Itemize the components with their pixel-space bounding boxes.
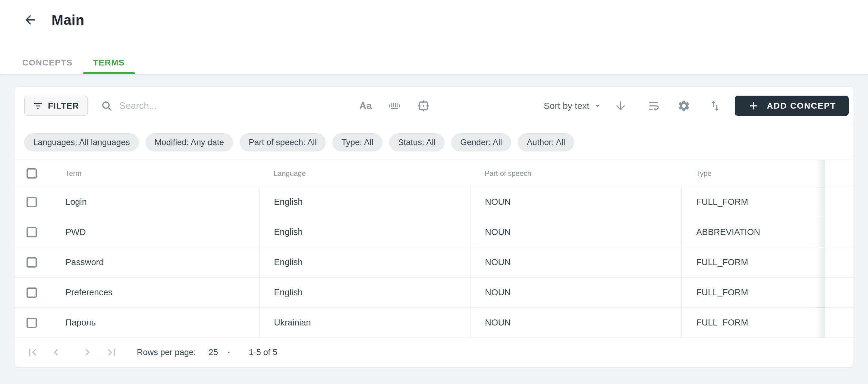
filter-button-label: FILTER xyxy=(48,101,79,111)
import-export-button[interactable] xyxy=(707,98,723,114)
table-row[interactable]: PWD English NOUN ABBREVIATION xyxy=(14,217,854,247)
part-of-speech-cell: NOUN xyxy=(470,277,681,307)
row-checkbox[interactable] xyxy=(27,257,37,268)
column-label-language: Language xyxy=(274,169,306,178)
pagination-range: 1-5 of 5 xyxy=(249,348,277,357)
filter-button[interactable]: FILTER xyxy=(24,96,88,116)
next-page-button[interactable] xyxy=(80,345,95,360)
part-of-speech-cell: NOUN xyxy=(470,217,681,247)
settings-button[interactable] xyxy=(676,98,692,114)
rows-per-page-select[interactable]: 25 xyxy=(209,348,232,357)
term-text: Password xyxy=(65,257,104,267)
last-page-button[interactable] xyxy=(104,345,119,360)
row-checkbox[interactable] xyxy=(27,318,37,328)
page: Main CONCEPTS TERMS FILTER xyxy=(0,0,868,384)
rows-per-page-label: Rows per page: xyxy=(137,348,196,357)
wrap-text-icon xyxy=(647,99,660,113)
filter-chip[interactable]: Languages: All languages xyxy=(24,133,139,151)
filter-chip-label: Status: All xyxy=(398,138,436,147)
add-concept-label: ADD CONCEPT xyxy=(767,101,836,111)
first-page-icon xyxy=(26,346,39,359)
last-page-icon xyxy=(105,346,118,359)
first-page-button[interactable] xyxy=(25,345,40,360)
toolbar-right-actions: Sort by text ADD CONCEPT xyxy=(544,96,849,116)
table-row[interactable]: Preferences English NOUN FULL_FORM xyxy=(14,277,854,308)
filter-chip[interactable]: Author: All xyxy=(518,133,575,151)
sort-direction-button[interactable] xyxy=(613,98,629,114)
language-cell: Ukrainian xyxy=(259,308,470,337)
tab-bar: CONCEPTS TERMS xyxy=(12,52,135,74)
plus-icon xyxy=(747,100,760,112)
back-button[interactable] xyxy=(23,12,38,27)
terms-table: Term Language Part of speech Type Login … xyxy=(14,160,854,338)
part-of-speech-cell: NOUN xyxy=(470,187,681,217)
focus-frame-button[interactable] xyxy=(415,98,432,114)
language-cell: English xyxy=(259,247,470,277)
filter-chip[interactable]: Modified: Any date xyxy=(146,133,233,151)
gear-icon xyxy=(677,99,690,113)
table-row[interactable]: Password English NOUN FULL_FORM xyxy=(14,247,854,277)
page-title: Main xyxy=(52,11,84,28)
search-option-icons: Aa xyxy=(358,98,432,114)
filter-chip[interactable]: Part of speech: All xyxy=(240,133,326,151)
filter-chip-label: Modified: Any date xyxy=(155,138,224,147)
row-checkbox[interactable] xyxy=(27,197,37,207)
chevron-left-icon xyxy=(50,346,63,359)
term-cell: Login xyxy=(14,187,259,217)
caret-down-icon xyxy=(225,349,232,356)
title-row: Main xyxy=(0,0,868,28)
header-cell-part-of-speech: Part of speech xyxy=(470,160,681,187)
row-checkbox[interactable] xyxy=(27,227,37,237)
barcode-button[interactable] xyxy=(386,98,403,114)
arrow-down-icon xyxy=(614,99,627,113)
type-cell: FULL_FORM xyxy=(681,187,825,217)
sort-by-select[interactable]: Sort by text xyxy=(544,101,602,111)
rows-per-page-value: 25 xyxy=(209,348,218,357)
type-cell: FULL_FORM xyxy=(681,308,825,337)
wrap-text-button[interactable] xyxy=(646,98,662,114)
term-cell: PWD xyxy=(14,217,259,247)
column-label-term: Term xyxy=(65,169,82,178)
search-icon xyxy=(101,100,113,112)
filter-chip[interactable]: Gender: All xyxy=(451,133,511,151)
table-header-row: Term Language Part of speech Type xyxy=(14,160,854,187)
select-all-checkbox[interactable] xyxy=(27,168,37,179)
term-text: PWD xyxy=(65,227,86,237)
filter-chip-label: Gender: All xyxy=(460,138,502,147)
term-text: Preferences xyxy=(65,288,113,297)
active-tab-indicator xyxy=(83,72,135,74)
previous-page-button[interactable] xyxy=(49,345,63,360)
filter-icon xyxy=(33,101,43,111)
term-cell: Password xyxy=(14,247,259,277)
pinned-cell xyxy=(825,247,854,277)
part-of-speech-cell: NOUN xyxy=(470,247,681,277)
language-cell: English xyxy=(259,277,470,307)
filter-chip[interactable]: Status: All xyxy=(389,133,445,151)
table-row[interactable]: Пароль Ukrainian NOUN FULL_FORM xyxy=(14,308,854,338)
search-input[interactable] xyxy=(119,100,293,111)
filter-chip-label: Type: All xyxy=(341,138,373,147)
filter-chips-row: Languages: All languages Modified: Any d… xyxy=(14,125,854,160)
search-box xyxy=(101,100,293,112)
arrows-up-down-icon xyxy=(709,99,722,113)
filter-chip[interactable]: Type: All xyxy=(333,133,382,151)
match-case-button[interactable]: Aa xyxy=(358,98,374,114)
tab-concepts-label: CONCEPTS xyxy=(22,58,73,67)
language-cell: English xyxy=(259,187,470,217)
tab-concepts[interactable]: CONCEPTS xyxy=(12,52,83,74)
row-checkbox[interactable] xyxy=(27,288,37,298)
table-row[interactable]: Login English NOUN FULL_FORM xyxy=(14,187,854,217)
type-cell: FULL_FORM xyxy=(681,247,825,277)
chevron-right-icon xyxy=(81,346,94,359)
match-case-icon: Aa xyxy=(359,100,372,112)
add-concept-button[interactable]: ADD CONCEPT xyxy=(735,96,849,116)
type-cell: FULL_FORM xyxy=(681,277,825,307)
caret-down-icon xyxy=(594,102,601,110)
tab-terms[interactable]: TERMS xyxy=(83,52,135,74)
focus-frame-icon xyxy=(417,99,430,113)
toolbar: FILTER Aa Sort by text xyxy=(14,87,854,125)
column-label-part-of-speech: Part of speech xyxy=(485,169,531,178)
pinned-cell xyxy=(825,277,854,307)
tab-terms-label: TERMS xyxy=(93,58,125,67)
term-cell: Пароль xyxy=(14,308,259,337)
